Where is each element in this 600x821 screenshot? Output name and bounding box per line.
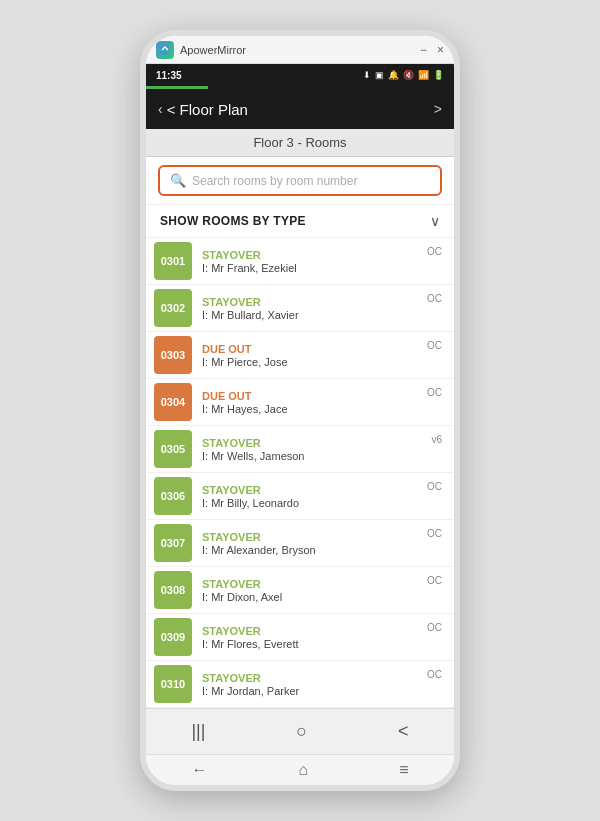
- download-icon: ⬇: [363, 70, 371, 80]
- app-titlebar: ApowerMirror − ×: [146, 36, 454, 64]
- room-code-label: OC: [427, 340, 442, 351]
- room-guest-label: I: Mr Alexander, Bryson: [202, 544, 419, 556]
- room-status-label: STAYOVER: [202, 437, 423, 449]
- room-badge: 0308: [154, 571, 192, 609]
- room-code-label: OC: [427, 622, 442, 633]
- search-input[interactable]: Search rooms by room number: [192, 174, 357, 188]
- room-status-label: STAYOVER: [202, 484, 419, 496]
- pc-bottom-bar: ← ⌂ ≡: [146, 754, 454, 785]
- room-badge: 0310: [154, 665, 192, 703]
- room-info: STAYOVER I: Mr Alexander, Bryson: [202, 531, 419, 556]
- status-icons: ⬇ ▣ 🔔 🔇 📶 🔋: [363, 70, 444, 80]
- back-chevron-icon: ‹: [158, 101, 163, 117]
- room-badge: 0309: [154, 618, 192, 656]
- room-item[interactable]: 0310 STAYOVER I: Mr Jordan, Parker OC: [146, 661, 454, 708]
- room-code-label: OC: [427, 669, 442, 680]
- room-badge: 0304: [154, 383, 192, 421]
- room-guest-label: I: Mr Frank, Ezekiel: [202, 262, 419, 274]
- filter-row[interactable]: SHOW ROOMS BY TYPE ∨: [146, 205, 454, 238]
- filter-chevron-icon: ∨: [430, 213, 440, 229]
- room-info: STAYOVER I: Mr Billy, Leonardo: [202, 484, 419, 509]
- wifi-icon: 📶: [418, 70, 429, 80]
- android-progress-fill: [146, 86, 208, 89]
- app-titlebar-left: ApowerMirror: [156, 41, 246, 59]
- room-info: STAYOVER I: Mr Bullard, Xavier: [202, 296, 419, 321]
- room-guest-label: I: Mr Bullard, Xavier: [202, 309, 419, 321]
- room-info: STAYOVER I: Mr Jordan, Parker: [202, 672, 419, 697]
- room-status-label: STAYOVER: [202, 578, 419, 590]
- mute-icon: 🔇: [403, 70, 414, 80]
- room-badge: 0305: [154, 430, 192, 468]
- room-item[interactable]: 0307 STAYOVER I: Mr Alexander, Bryson OC: [146, 520, 454, 567]
- pc-menu-button[interactable]: ≡: [399, 761, 408, 779]
- room-badge: 0307: [154, 524, 192, 562]
- room-item[interactable]: 0309 STAYOVER I: Mr Flores, Everett OC: [146, 614, 454, 661]
- home-button[interactable]: ○: [280, 717, 323, 746]
- room-info: STAYOVER I: Mr Wells, Jameson: [202, 437, 423, 462]
- room-guest-label: I: Mr Jordan, Parker: [202, 685, 419, 697]
- app-controls: − ×: [420, 44, 444, 56]
- search-container: 🔍 Search rooms by room number: [146, 157, 454, 205]
- nav-forward-icon[interactable]: >: [434, 101, 442, 117]
- room-status-label: STAYOVER: [202, 625, 419, 637]
- room-code-label: OC: [427, 575, 442, 586]
- android-progress-bar: [146, 86, 454, 89]
- back-button[interactable]: <: [382, 717, 425, 746]
- room-code-label: v6: [431, 434, 442, 445]
- room-guest-label: I: Mr Flores, Everett: [202, 638, 419, 650]
- battery-icon: 🔋: [433, 70, 444, 80]
- camera-icon: ▣: [375, 70, 384, 80]
- room-code-label: OC: [427, 293, 442, 304]
- search-icon: 🔍: [170, 173, 186, 188]
- room-info: STAYOVER I: Mr Frank, Ezekiel: [202, 249, 419, 274]
- room-info: DUE OUT I: Mr Pierce, Jose: [202, 343, 419, 368]
- room-status-label: STAYOVER: [202, 296, 419, 308]
- room-item[interactable]: 0302 STAYOVER I: Mr Bullard, Xavier OC: [146, 285, 454, 332]
- room-code-label: OC: [427, 528, 442, 539]
- filter-label: SHOW ROOMS BY TYPE: [160, 214, 306, 228]
- room-guest-label: I: Mr Billy, Leonardo: [202, 497, 419, 509]
- room-badge: 0301: [154, 242, 192, 280]
- app-logo-icon: [156, 41, 174, 59]
- room-badge: 0302: [154, 289, 192, 327]
- close-button[interactable]: ×: [437, 44, 444, 56]
- android-navbar: ||| ○ <: [146, 708, 454, 754]
- room-status-label: STAYOVER: [202, 249, 419, 261]
- room-list: 0301 STAYOVER I: Mr Frank, Ezekiel OC 03…: [146, 238, 454, 708]
- room-badge: 0306: [154, 477, 192, 515]
- room-item[interactable]: 0304 DUE OUT I: Mr Hayes, Jace OC: [146, 379, 454, 426]
- room-info: DUE OUT I: Mr Hayes, Jace: [202, 390, 419, 415]
- room-guest-label: I: Mr Dixon, Axel: [202, 591, 419, 603]
- room-item[interactable]: 0305 STAYOVER I: Mr Wells, Jameson v6: [146, 426, 454, 473]
- recent-apps-button[interactable]: |||: [175, 717, 221, 746]
- room-code-label: OC: [427, 481, 442, 492]
- minimize-button[interactable]: −: [420, 44, 427, 56]
- room-item[interactable]: 0308 STAYOVER I: Mr Dixon, Axel OC: [146, 567, 454, 614]
- notification-icon: 🔔: [388, 70, 399, 80]
- room-guest-label: I: Mr Hayes, Jace: [202, 403, 419, 415]
- pc-home-button[interactable]: ⌂: [298, 761, 308, 779]
- room-info: STAYOVER I: Mr Dixon, Axel: [202, 578, 419, 603]
- room-guest-label: I: Mr Wells, Jameson: [202, 450, 423, 462]
- room-code-label: OC: [427, 246, 442, 257]
- room-badge: 0303: [154, 336, 192, 374]
- app-name-label: ApowerMirror: [180, 44, 246, 56]
- search-box[interactable]: 🔍 Search rooms by room number: [158, 165, 442, 196]
- room-item[interactable]: 0301 STAYOVER I: Mr Frank, Ezekiel OC: [146, 238, 454, 285]
- phone-shell: ApowerMirror − × 11:35 ⬇ ▣ 🔔 🔇 📶 🔋: [140, 30, 460, 791]
- room-status-label: DUE OUT: [202, 390, 419, 402]
- status-bar: 11:35 ⬇ ▣ 🔔 🔇 📶 🔋: [146, 64, 454, 86]
- room-status-label: DUE OUT: [202, 343, 419, 355]
- room-code-label: OC: [427, 387, 442, 398]
- room-status-label: STAYOVER: [202, 531, 419, 543]
- room-info: STAYOVER I: Mr Flores, Everett: [202, 625, 419, 650]
- pc-back-button[interactable]: ←: [191, 761, 207, 779]
- room-item[interactable]: 0303 DUE OUT I: Mr Pierce, Jose OC: [146, 332, 454, 379]
- top-nav: ‹ < Floor Plan >: [146, 89, 454, 129]
- status-time: 11:35: [156, 70, 182, 81]
- section-header: Floor 3 - Rooms: [146, 129, 454, 157]
- room-item[interactable]: 0306 STAYOVER I: Mr Billy, Leonardo OC: [146, 473, 454, 520]
- nav-back-area[interactable]: ‹ < Floor Plan: [158, 101, 248, 118]
- section-title: Floor 3 - Rooms: [253, 135, 346, 150]
- room-status-label: STAYOVER: [202, 672, 419, 684]
